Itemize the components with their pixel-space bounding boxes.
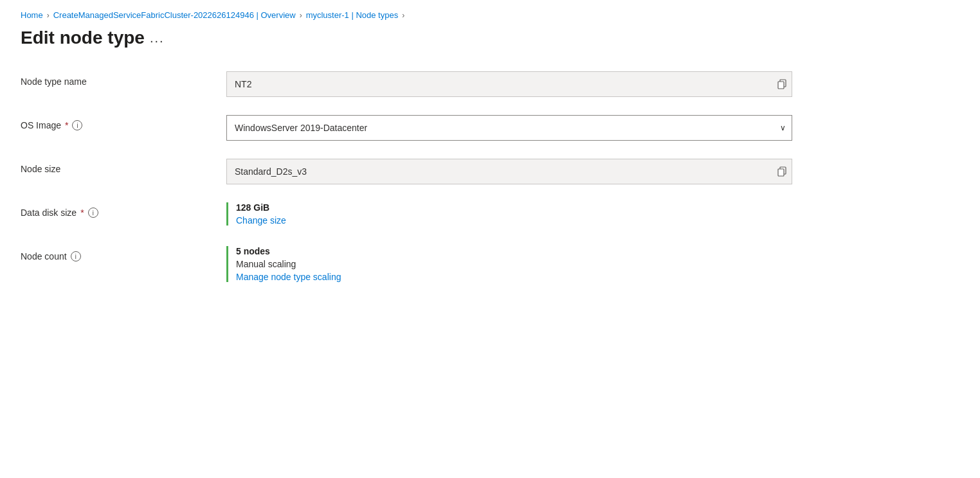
data-disk-size-row: Data disk size * i 128 GiB Change size xyxy=(21,202,792,228)
node-size-label: Node size xyxy=(21,164,60,174)
os-image-value: WindowsServer 2019-Datacenter xyxy=(235,123,367,133)
os-image-dropdown-wrapper: WindowsServer 2019-Datacenter ∨ xyxy=(226,115,792,141)
node-count-control: 5 nodes Manual scaling Manage node type … xyxy=(226,246,792,282)
breadcrumb-home[interactable]: Home xyxy=(21,10,43,20)
node-count-scaling-type: Manual scaling xyxy=(236,259,792,269)
os-image-control: WindowsServer 2019-Datacenter ∨ xyxy=(226,115,792,141)
node-type-name-control: NT2 xyxy=(226,71,792,97)
change-size-link[interactable]: Change size xyxy=(236,215,286,226)
node-type-name-copy-icon[interactable] xyxy=(777,79,787,89)
node-size-value: Standard_D2s_v3 xyxy=(235,166,307,177)
svg-rect-3 xyxy=(778,169,784,176)
os-image-required: * xyxy=(65,120,68,130)
node-size-input-wrapper: Standard_D2s_v3 xyxy=(226,159,792,184)
breadcrumb-sep-2: › xyxy=(300,11,302,20)
edit-node-type-form: Node type name NT2 xyxy=(21,71,792,282)
data-disk-size-required: * xyxy=(80,208,84,218)
os-image-info-icon[interactable]: i xyxy=(72,120,82,130)
node-type-name-row: Node type name NT2 xyxy=(21,71,792,97)
node-count-value: 5 nodes xyxy=(236,246,792,256)
data-disk-size-value: 128 GiB xyxy=(236,202,792,213)
node-type-name-value: NT2 xyxy=(235,79,251,89)
os-image-label: OS Image xyxy=(21,120,61,130)
title-options-button[interactable]: ... xyxy=(150,31,165,46)
data-disk-size-label: Data disk size xyxy=(21,208,77,218)
node-count-info-icon[interactable]: i xyxy=(71,251,81,261)
manage-scaling-link[interactable]: Manage node type scaling xyxy=(236,272,341,282)
data-disk-size-label-col: Data disk size * i xyxy=(21,202,226,218)
breadcrumb-sep-1: › xyxy=(47,11,50,20)
page-title: Edit node type xyxy=(21,28,145,48)
node-type-name-input[interactable]: NT2 xyxy=(226,71,792,97)
data-disk-size-control: 128 GiB Change size xyxy=(226,202,792,226)
node-type-name-input-wrapper: NT2 xyxy=(226,71,792,97)
data-disk-size-value-block: 128 GiB Change size xyxy=(226,202,792,226)
svg-rect-1 xyxy=(778,82,784,89)
breadcrumb: Home › CreateManagedServiceFabricCluster… xyxy=(21,10,959,20)
os-image-row: OS Image * i WindowsServer 2019-Datacent… xyxy=(21,115,792,141)
os-image-label-col: OS Image * i xyxy=(21,115,226,130)
node-type-name-label-col: Node type name xyxy=(21,71,226,87)
node-count-label-col: Node count i xyxy=(21,246,226,261)
breadcrumb-sep-3: › xyxy=(402,11,404,20)
node-count-value-block: 5 nodes Manual scaling Manage node type … xyxy=(226,246,792,282)
breadcrumb-overview[interactable]: CreateManagedServiceFabricCluster-202262… xyxy=(53,10,296,20)
breadcrumb-node-types[interactable]: mycluster-1 | Node types xyxy=(306,10,399,20)
node-size-label-col: Node size xyxy=(21,159,226,174)
os-image-dropdown[interactable]: WindowsServer 2019-Datacenter xyxy=(226,115,792,141)
node-count-label: Node count xyxy=(21,251,67,261)
data-disk-size-info-icon[interactable]: i xyxy=(88,208,98,218)
page-title-row: Edit node type ... xyxy=(21,28,959,48)
node-size-row: Node size Standard_D2s_v3 xyxy=(21,159,792,184)
node-size-copy-icon[interactable] xyxy=(777,166,787,177)
node-size-input[interactable]: Standard_D2s_v3 xyxy=(226,159,792,184)
node-size-copy-svg xyxy=(777,166,787,177)
copy-svg xyxy=(777,79,787,89)
node-type-name-label: Node type name xyxy=(21,76,87,87)
node-size-control: Standard_D2s_v3 xyxy=(226,159,792,184)
node-count-row: Node count i 5 nodes Manual scaling Mana… xyxy=(21,246,792,282)
